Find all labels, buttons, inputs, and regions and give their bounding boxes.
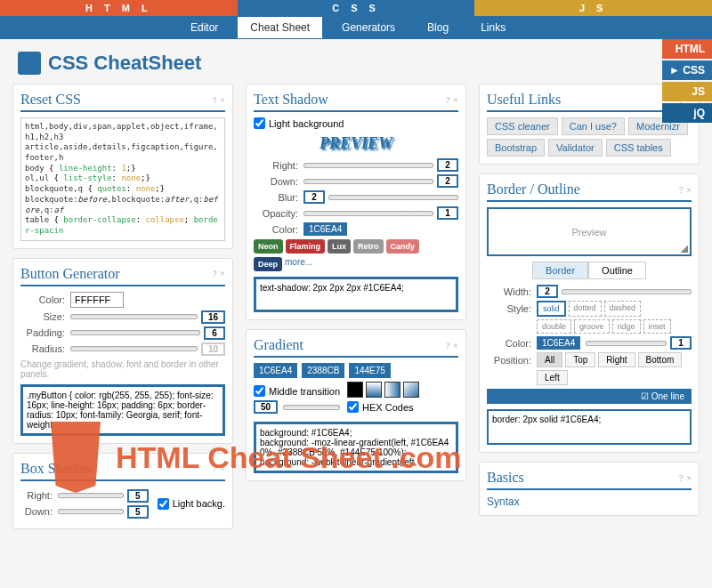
size-slider[interactable] bbox=[70, 314, 198, 319]
style-double[interactable]: double bbox=[537, 319, 571, 334]
label-color: Color: bbox=[20, 294, 65, 305]
grad-hex-checkbox[interactable] bbox=[347, 401, 359, 413]
reset-css-code[interactable]: html,body,div,span,applet,object,iframe,… bbox=[20, 117, 225, 241]
grad-swatch[interactable] bbox=[366, 382, 382, 398]
preset-lux[interactable]: Lux bbox=[328, 239, 351, 254]
nav-generators[interactable]: Generators bbox=[329, 17, 408, 38]
ts-blur-slider[interactable] bbox=[328, 195, 458, 200]
help-icon[interactable]: ? bbox=[213, 463, 216, 473]
basics-syntax-link[interactable]: Syntax bbox=[487, 495, 692, 508]
style-inset[interactable]: inset bbox=[643, 319, 671, 334]
link-css-cleaner[interactable]: CSS cleaner bbox=[487, 117, 558, 135]
close-icon[interactable]: × bbox=[453, 341, 458, 350]
grad-swatch[interactable] bbox=[347, 382, 363, 398]
tab-css[interactable]: C S S bbox=[238, 0, 475, 16]
side-tab-html[interactable]: HTML bbox=[662, 39, 712, 59]
border-output[interactable]: border: 2px solid #1C6EA4; bbox=[487, 409, 692, 445]
close-icon[interactable]: × bbox=[220, 463, 225, 473]
tab-border[interactable]: Border bbox=[532, 262, 588, 279]
panel-gradient: Gradient?× 1C6EA4 2388CB 144E75 Middle t… bbox=[246, 329, 466, 481]
tab-js[interactable]: J S bbox=[474, 0, 712, 16]
bs-lightbg-checkbox[interactable] bbox=[158, 498, 169, 510]
ts-label-blur: Blur: bbox=[254, 192, 298, 203]
grad-swatch[interactable] bbox=[384, 382, 400, 398]
color-input[interactable] bbox=[70, 292, 124, 308]
label-style: Style: bbox=[487, 303, 531, 314]
side-tab-css[interactable]: ► CSS bbox=[662, 60, 712, 80]
style-groove[interactable]: groove bbox=[574, 319, 610, 334]
close-icon[interactable]: × bbox=[686, 185, 692, 195]
oneline-toggle[interactable]: ☑ One line bbox=[487, 389, 692, 404]
pos-left[interactable]: Left bbox=[537, 370, 568, 385]
style-ridge[interactable]: ridge bbox=[612, 319, 641, 334]
radius-slider[interactable] bbox=[70, 346, 198, 351]
panel-button-generator: Button Generator?× Color: Size:16 Paddin… bbox=[12, 258, 233, 444]
preset-flaming[interactable]: Flaming bbox=[286, 239, 326, 254]
label-radius: Radius: bbox=[20, 343, 65, 354]
panel-title-links: Useful Links bbox=[487, 92, 561, 108]
border-opacity-slider[interactable] bbox=[586, 341, 667, 346]
ts-down-slider[interactable] bbox=[303, 179, 433, 184]
style-dashed[interactable]: dashed bbox=[604, 301, 642, 317]
preset-candy[interactable]: Candy bbox=[386, 239, 420, 254]
nav-links[interactable]: Links bbox=[468, 17, 518, 38]
panel-text-shadow: Text Shadow?× Light background PREVIEW R… bbox=[246, 84, 466, 320]
link-caniuse[interactable]: Can I use? bbox=[562, 117, 625, 135]
ts-output[interactable]: text-shadow: 2px 2px 2px #1C6EA4; bbox=[254, 277, 458, 312]
grad-mid-slider[interactable] bbox=[283, 405, 340, 410]
ts-lightbg-checkbox[interactable] bbox=[254, 117, 265, 129]
grad-color-2[interactable]: 2388CB bbox=[302, 363, 344, 378]
close-icon[interactable]: × bbox=[453, 95, 458, 105]
nav-blog[interactable]: Blog bbox=[415, 17, 461, 38]
ts-right-slider[interactable] bbox=[303, 163, 433, 168]
close-icon[interactable]: × bbox=[220, 95, 225, 105]
label-width: Width: bbox=[487, 286, 531, 297]
ts-blur-value: 2 bbox=[303, 190, 325, 204]
style-dotted[interactable]: dotted bbox=[569, 301, 602, 317]
preset-deep[interactable]: Deep bbox=[254, 257, 282, 271]
side-tab-jq[interactable]: jQ bbox=[662, 103, 712, 123]
pos-bottom[interactable]: Bottom bbox=[638, 352, 683, 367]
help-icon[interactable]: ? bbox=[446, 95, 449, 105]
ts-label-down: Down: bbox=[254, 176, 298, 187]
link-validator[interactable]: Validator bbox=[548, 139, 603, 157]
border-color-chip[interactable]: 1C6EA4 bbox=[537, 336, 580, 350]
preset-retro[interactable]: Retro bbox=[353, 239, 384, 254]
padding-slider[interactable] bbox=[70, 330, 200, 335]
tab-outline[interactable]: Outline bbox=[588, 262, 646, 279]
grad-swatch[interactable] bbox=[403, 382, 419, 398]
link-bootstrap[interactable]: Bootstrap bbox=[487, 139, 545, 157]
help-icon[interactable]: ? bbox=[213, 269, 216, 278]
grad-color-1[interactable]: 1C6EA4 bbox=[254, 363, 297, 378]
grad-color-3[interactable]: 144E75 bbox=[349, 363, 390, 378]
bs-right-slider[interactable] bbox=[58, 493, 124, 498]
pos-top[interactable]: Top bbox=[565, 352, 595, 367]
help-icon[interactable]: ? bbox=[679, 185, 683, 195]
grad-output[interactable]: background: #1C6EA4; background: -moz-li… bbox=[254, 422, 458, 473]
grad-middle-checkbox[interactable] bbox=[254, 385, 265, 397]
close-icon[interactable]: × bbox=[220, 269, 225, 278]
help-icon[interactable]: ? bbox=[679, 473, 683, 483]
side-tab-js[interactable]: JS bbox=[662, 82, 712, 101]
preset-neon[interactable]: Neon bbox=[254, 239, 283, 254]
button-output[interactable]: .myButton { color: rgb(255, 255, 255); f… bbox=[20, 384, 225, 436]
border-width-slider[interactable] bbox=[562, 289, 692, 294]
radius-value: 10 bbox=[201, 342, 225, 356]
ts-opacity-slider[interactable] bbox=[303, 211, 433, 216]
bs-lightbg-label: Light backg. bbox=[173, 498, 225, 509]
pos-all[interactable]: All bbox=[537, 352, 562, 367]
pos-right[interactable]: Right bbox=[598, 352, 635, 367]
help-icon[interactable]: ? bbox=[446, 341, 449, 350]
bs-down-slider[interactable] bbox=[58, 509, 124, 514]
link-csstables[interactable]: CSS tables bbox=[606, 139, 671, 157]
nav-cheatsheet[interactable]: Cheat Sheet bbox=[238, 17, 322, 38]
ts-color-chip[interactable]: 1C6EA4 bbox=[303, 222, 347, 236]
ts-label-color: Color: bbox=[254, 224, 298, 235]
more-presets-link[interactable]: more... bbox=[285, 257, 312, 271]
help-icon[interactable]: ? bbox=[213, 95, 216, 105]
nav-editor[interactable]: Editor bbox=[178, 17, 231, 38]
close-icon[interactable]: × bbox=[686, 473, 692, 483]
style-solid[interactable]: solid bbox=[537, 301, 566, 317]
label-position: Position: bbox=[487, 355, 531, 366]
tab-html[interactable]: H T M L bbox=[0, 0, 238, 16]
